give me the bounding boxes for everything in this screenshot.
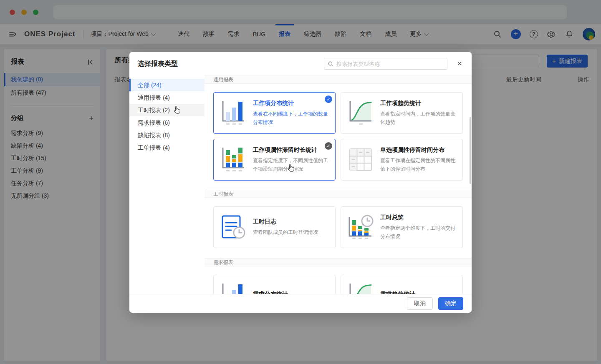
search-icon	[328, 61, 334, 67]
hand-cursor-icon	[172, 106, 181, 114]
section-header-general: 通用报表	[205, 75, 472, 84]
bar-chart-icon	[214, 100, 253, 126]
bar-chart-icon	[214, 283, 253, 294]
card-title: 单选项属性停留时间分布	[380, 146, 457, 154]
selected-check-icon: ✓	[325, 95, 332, 103]
section-header-worktime: 工时报表	[205, 190, 472, 198]
category-ticket[interactable]: 工单报表 (4)	[129, 141, 205, 154]
card-title: 需求趋势统计	[380, 291, 457, 294]
card-title: 工作项趋势统计	[380, 100, 457, 107]
cancel-button[interactable]: 取消	[407, 297, 433, 310]
table-grid-icon	[341, 147, 380, 173]
category-defect[interactable]: 缺陷报表 (8)	[129, 129, 205, 141]
document-clock-icon	[214, 214, 253, 240]
modal-title: 选择报表类型	[138, 60, 178, 68]
hover-check-icon: ✓	[325, 142, 332, 150]
s-curve-chart-icon	[341, 100, 380, 126]
report-type-categories: 全部 (24) 通用报表 (4) 工时报表 (2) 需求报表 (6) 缺陷报表 …	[129, 75, 205, 294]
card-desc: 查看指定两个维度下，工时的交付分布情况	[380, 224, 457, 241]
card-title: 工作项属性滞留时长统计	[253, 146, 330, 154]
card-desc: 查看工作项在指定属性的不同属性值下的停留时间分布	[380, 157, 457, 173]
card-title: 需求分布统计	[253, 291, 330, 294]
scrollbar-thumb[interactable]	[470, 117, 471, 184]
report-type-search-input[interactable]	[336, 61, 444, 67]
section-header-requirement: 需求报表	[205, 258, 472, 266]
hand-cursor-icon	[286, 164, 295, 172]
card-single-select-dwell-distribution[interactable]: 单选项属性停留时间分布 查看工作项在指定属性的不同属性值下的停留时间分布	[341, 139, 463, 181]
s-curve-chart-icon	[341, 283, 380, 294]
card-requirement-trend[interactable]: 需求趋势统计	[341, 275, 463, 294]
card-desc: 查看团队成员的工时登记情况	[253, 228, 330, 237]
report-type-list: 通用报表 ✓ 工作项分布统计 查看在不同维度下，工作项的数量分布情况 工作项趋	[205, 75, 472, 294]
stacked-bar-clock-icon	[341, 214, 380, 240]
card-desc: 查看指定时间内，工作项的数量变化趋势	[380, 110, 457, 127]
modal-footer: 取消 确定	[129, 294, 472, 313]
category-requirement[interactable]: 需求报表 (6)	[129, 116, 205, 129]
category-all[interactable]: 全部 (24)	[129, 79, 205, 91]
close-icon[interactable]: ×	[454, 58, 465, 69]
card-worktime-overview[interactable]: 工时总览 查看指定两个维度下，工时的交付分布情况	[341, 206, 463, 248]
app-screen: ONES Project 项目：Project for Web 迭代 故事 需求…	[0, 0, 601, 364]
card-title: 工时日志	[253, 218, 330, 226]
card-title: 工时总览	[380, 214, 457, 221]
card-worktime-log[interactable]: 工时日志 查看团队成员的工时登记情况	[213, 206, 336, 248]
card-workitem-trend[interactable]: 工作项趋势统计 查看指定时间内，工作项的数量变化趋势	[341, 92, 463, 134]
stacked-bar-chart-icon	[214, 147, 253, 173]
report-type-search[interactable]	[324, 58, 447, 70]
card-requirement-distribution[interactable]: 需求分布统计	[213, 275, 336, 294]
card-workitem-distribution[interactable]: ✓ 工作项分布统计 查看在不同维度下，工作项的数量分布情况	[213, 92, 336, 134]
card-desc: 查看在不同维度下，工作项的数量分布情况	[253, 110, 330, 127]
category-worktime[interactable]: 工时报表 (2)	[129, 104, 205, 116]
modal-header: 选择报表类型 ×	[129, 52, 472, 75]
confirm-button[interactable]: 确定	[438, 297, 463, 310]
category-general[interactable]: 通用报表 (4)	[129, 91, 205, 104]
select-report-type-modal: 选择报表类型 × 全部 (24) 通用报表 (4) 工时报表 (2) 需求报表 …	[129, 52, 472, 313]
card-title: 工作项分布统计	[253, 100, 330, 107]
card-attribute-retention-duration[interactable]: ✓ 工作项属性滞留时长统计 查看指定维度下，不同属性值的工作项滞留周期分布情况	[213, 139, 336, 181]
